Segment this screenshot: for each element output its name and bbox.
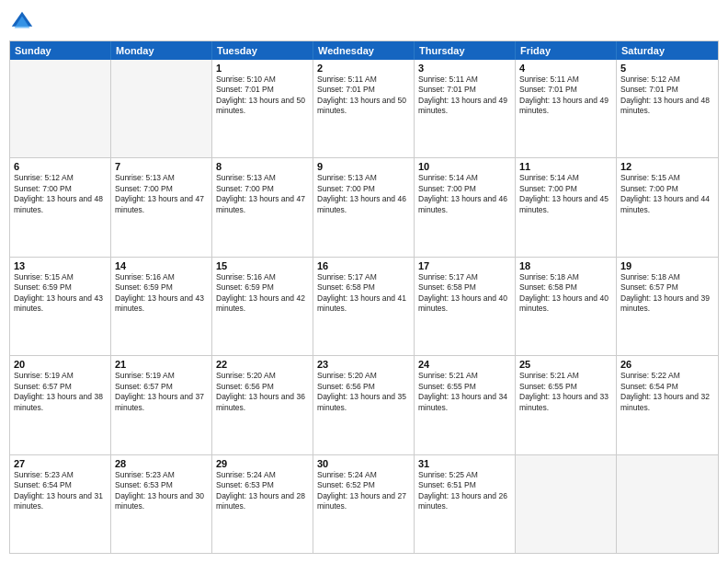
logo-icon	[9, 9, 35, 35]
day-cell-15: 15Sunrise: 5:16 AM Sunset: 6:59 PM Dayli…	[212, 258, 313, 355]
day-number: 3	[418, 63, 511, 74]
day-info: Sunrise: 5:17 AM Sunset: 6:58 PM Dayligh…	[317, 272, 410, 315]
day-info: Sunrise: 5:23 AM Sunset: 6:54 PM Dayligh…	[14, 470, 107, 512]
calendar: SundayMondayTuesdayWednesdayThursdayFrid…	[9, 40, 719, 554]
day-number: 19	[620, 260, 714, 271]
header-cell-wednesday: Wednesday	[313, 41, 415, 60]
day-cell-24: 24Sunrise: 5:21 AM Sunset: 6:55 PM Dayli…	[415, 356, 516, 454]
day-cell-6: 6Sunrise: 5:12 AM Sunset: 7:00 PM Daylig…	[10, 158, 111, 256]
day-number: 7	[115, 161, 208, 172]
day-cell-3: 3Sunrise: 5:11 AM Sunset: 7:01 PM Daylig…	[415, 60, 516, 157]
calendar-row-3: 20Sunrise: 5:19 AM Sunset: 6:57 PM Dayli…	[10, 356, 718, 454]
day-cell-14: 14Sunrise: 5:16 AM Sunset: 6:59 PM Dayli…	[111, 258, 212, 355]
day-info: Sunrise: 5:15 AM Sunset: 7:00 PM Dayligh…	[620, 173, 714, 215]
day-cell-18: 18Sunrise: 5:18 AM Sunset: 6:58 PM Dayli…	[516, 258, 617, 355]
day-number: 20	[14, 359, 107, 370]
day-number: 14	[115, 260, 208, 271]
day-info: Sunrise: 5:11 AM Sunset: 7:01 PM Dayligh…	[519, 75, 612, 117]
day-number: 31	[418, 458, 511, 469]
day-number: 4	[519, 63, 612, 74]
day-info: Sunrise: 5:18 AM Sunset: 6:58 PM Dayligh…	[519, 272, 612, 315]
day-info: Sunrise: 5:23 AM Sunset: 6:53 PM Dayligh…	[115, 470, 208, 512]
day-number: 25	[519, 359, 612, 370]
day-number: 13	[14, 260, 107, 271]
page-header	[9, 9, 719, 35]
header-cell-monday: Monday	[111, 41, 212, 60]
day-cell-22: 22Sunrise: 5:20 AM Sunset: 6:56 PM Dayli…	[212, 356, 313, 454]
day-cell-23: 23Sunrise: 5:20 AM Sunset: 6:56 PM Dayli…	[313, 356, 415, 454]
day-info: Sunrise: 5:12 AM Sunset: 7:01 PM Dayligh…	[620, 75, 714, 117]
day-cell-11: 11Sunrise: 5:14 AM Sunset: 7:00 PM Dayli…	[516, 158, 617, 256]
day-number: 26	[620, 359, 714, 370]
day-cell-17: 17Sunrise: 5:17 AM Sunset: 6:58 PM Dayli…	[415, 258, 516, 355]
day-info: Sunrise: 5:10 AM Sunset: 7:01 PM Dayligh…	[216, 75, 309, 117]
empty-cell-4-5	[516, 455, 617, 553]
day-number: 29	[216, 458, 309, 469]
day-number: 12	[620, 161, 714, 172]
day-info: Sunrise: 5:25 AM Sunset: 6:51 PM Dayligh…	[418, 470, 511, 512]
day-cell-20: 20Sunrise: 5:19 AM Sunset: 6:57 PM Dayli…	[10, 356, 111, 454]
day-number: 6	[14, 161, 107, 172]
calendar-row-2: 13Sunrise: 5:15 AM Sunset: 6:59 PM Dayli…	[10, 258, 718, 356]
day-number: 16	[317, 260, 410, 271]
day-info: Sunrise: 5:13 AM Sunset: 7:00 PM Dayligh…	[115, 173, 208, 215]
day-number: 28	[115, 458, 208, 469]
logo	[9, 9, 39, 35]
header-cell-sunday: Sunday	[10, 41, 111, 60]
day-cell-31: 31Sunrise: 5:25 AM Sunset: 6:51 PM Dayli…	[415, 455, 516, 553]
day-cell-29: 29Sunrise: 5:24 AM Sunset: 6:53 PM Dayli…	[212, 455, 313, 553]
day-number: 1	[216, 63, 309, 74]
day-number: 15	[216, 260, 309, 271]
empty-cell-0-1	[111, 60, 212, 157]
day-cell-25: 25Sunrise: 5:21 AM Sunset: 6:55 PM Dayli…	[516, 356, 617, 454]
day-number: 30	[317, 458, 410, 469]
calendar-header: SundayMondayTuesdayWednesdayThursdayFrid…	[10, 41, 718, 60]
header-cell-saturday: Saturday	[617, 41, 718, 60]
day-cell-1: 1Sunrise: 5:10 AM Sunset: 7:01 PM Daylig…	[212, 60, 313, 157]
day-cell-27: 27Sunrise: 5:23 AM Sunset: 6:54 PM Dayli…	[10, 455, 111, 553]
day-info: Sunrise: 5:17 AM Sunset: 6:58 PM Dayligh…	[418, 272, 511, 315]
calendar-row-4: 27Sunrise: 5:23 AM Sunset: 6:54 PM Dayli…	[10, 455, 718, 553]
day-info: Sunrise: 5:18 AM Sunset: 6:57 PM Dayligh…	[620, 272, 714, 315]
day-number: 2	[317, 63, 410, 74]
day-info: Sunrise: 5:13 AM Sunset: 7:00 PM Dayligh…	[216, 173, 309, 215]
calendar-body: 1Sunrise: 5:10 AM Sunset: 7:01 PM Daylig…	[10, 60, 718, 553]
day-cell-2: 2Sunrise: 5:11 AM Sunset: 7:01 PM Daylig…	[313, 60, 415, 157]
day-info: Sunrise: 5:19 AM Sunset: 6:57 PM Dayligh…	[115, 371, 208, 413]
day-cell-10: 10Sunrise: 5:14 AM Sunset: 7:00 PM Dayli…	[415, 158, 516, 256]
empty-cell-4-6	[617, 455, 718, 553]
day-info: Sunrise: 5:12 AM Sunset: 7:00 PM Dayligh…	[14, 173, 107, 215]
day-cell-4: 4Sunrise: 5:11 AM Sunset: 7:01 PM Daylig…	[516, 60, 617, 157]
day-cell-8: 8Sunrise: 5:13 AM Sunset: 7:00 PM Daylig…	[212, 158, 313, 256]
day-number: 11	[519, 161, 612, 172]
day-number: 8	[216, 161, 309, 172]
day-info: Sunrise: 5:14 AM Sunset: 7:00 PM Dayligh…	[519, 173, 612, 215]
day-number: 5	[620, 63, 714, 74]
day-info: Sunrise: 5:11 AM Sunset: 7:01 PM Dayligh…	[418, 75, 511, 117]
day-info: Sunrise: 5:16 AM Sunset: 6:59 PM Dayligh…	[115, 272, 208, 315]
empty-cell-0-0	[10, 60, 111, 157]
day-cell-7: 7Sunrise: 5:13 AM Sunset: 7:00 PM Daylig…	[111, 158, 212, 256]
day-info: Sunrise: 5:11 AM Sunset: 7:01 PM Dayligh…	[317, 75, 410, 117]
day-number: 9	[317, 161, 410, 172]
day-number: 27	[14, 458, 107, 469]
day-info: Sunrise: 5:15 AM Sunset: 6:59 PM Dayligh…	[14, 272, 107, 315]
day-number: 24	[418, 359, 511, 370]
day-info: Sunrise: 5:14 AM Sunset: 7:00 PM Dayligh…	[418, 173, 511, 215]
day-cell-16: 16Sunrise: 5:17 AM Sunset: 6:58 PM Dayli…	[313, 258, 415, 355]
day-number: 10	[418, 161, 511, 172]
day-info: Sunrise: 5:24 AM Sunset: 6:52 PM Dayligh…	[317, 470, 410, 512]
day-number: 21	[115, 359, 208, 370]
day-info: Sunrise: 5:19 AM Sunset: 6:57 PM Dayligh…	[14, 371, 107, 413]
header-cell-friday: Friday	[516, 41, 617, 60]
header-cell-tuesday: Tuesday	[212, 41, 313, 60]
day-cell-26: 26Sunrise: 5:22 AM Sunset: 6:54 PM Dayli…	[617, 356, 718, 454]
day-info: Sunrise: 5:20 AM Sunset: 6:56 PM Dayligh…	[216, 371, 309, 413]
day-cell-13: 13Sunrise: 5:15 AM Sunset: 6:59 PM Dayli…	[10, 258, 111, 355]
day-cell-19: 19Sunrise: 5:18 AM Sunset: 6:57 PM Dayli…	[617, 258, 718, 355]
header-cell-thursday: Thursday	[415, 41, 516, 60]
day-info: Sunrise: 5:20 AM Sunset: 6:56 PM Dayligh…	[317, 371, 410, 413]
day-info: Sunrise: 5:13 AM Sunset: 7:00 PM Dayligh…	[317, 173, 410, 215]
calendar-row-1: 6Sunrise: 5:12 AM Sunset: 7:00 PM Daylig…	[10, 158, 718, 257]
day-number: 23	[317, 359, 410, 370]
